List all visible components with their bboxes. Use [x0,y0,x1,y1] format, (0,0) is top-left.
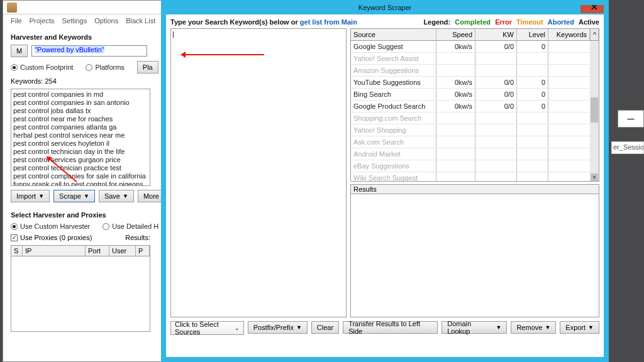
list-item[interactable]: pest control companies in san antonio [13,99,148,107]
annotation-arrow-icon [182,54,264,55]
results-header: Results [350,184,599,194]
proxy-table-body[interactable] [11,256,150,332]
table-row[interactable]: Yahoo! Shopping [351,124,599,136]
menu-projects[interactable]: Projects [30,17,55,25]
list-item[interactable]: pest control near me for roaches [13,115,148,123]
list-item[interactable]: herbal pest control services near me [13,131,148,140]
table-row[interactable]: Shopping.com Search [351,112,599,124]
table-row[interactable]: eBay Suggestions [351,160,599,172]
keyword-input[interactable]: | [170,28,347,317]
list-item[interactable]: pest control technician practice test [13,164,148,172]
table-row[interactable]: Yahoo! Search Assist [351,53,599,65]
postfix-prefix-button[interactable]: Postfix/Prefix▼ [248,321,308,334]
menu-file[interactable]: File [11,17,22,25]
radio-custom-footprint[interactable]: Custom Footprint [11,63,73,71]
list-item[interactable]: pest control companies atlanta ga [13,123,148,131]
list-item[interactable]: pest control technician day in the life [13,148,148,156]
legend: Legend: Completed Error Timeout Aborted … [421,18,599,26]
sources-table[interactable]: Google Suggest0kw/s0/000Yahoo! Search As… [350,41,599,182]
transfer-results-button[interactable]: Transfer Results to Left Side [343,321,438,334]
radio-platforms[interactable]: Platforms [86,63,124,71]
prompt-label: Type your Search Keyword(s) below or get… [170,18,357,26]
background-window-peek: er_Sessions [611,141,644,154]
radio-custom-harvester[interactable]: Use Custom Harvester [11,222,90,230]
m-button[interactable]: M [11,45,28,57]
sources-header: Source Speed KW Level Keywords ^ [350,28,599,41]
save-button[interactable]: Save▼ [99,190,134,202]
list-item[interactable]: pest control companies for sale in calif… [13,172,148,180]
radio-detailed-harvester[interactable]: Use Detailed H [103,222,158,230]
list-item[interactable]: funny prank call to pest control for pig… [13,180,148,186]
keywords-list[interactable]: pest control companies in md pest contro… [11,89,150,186]
table-row[interactable]: Wiki Search Suggest [351,172,599,182]
keywords-count: Keywords: 254 [11,77,57,85]
footprint-input[interactable]: "Powered by vBulletin" [31,45,147,57]
results-label: Results: [125,234,150,241]
chevron-up-icon[interactable]: ^ [590,29,599,40]
get-list-link[interactable]: get list from Main [300,18,357,26]
menu-settings[interactable]: Settings [62,17,87,25]
list-item[interactable]: pest control jobs dallas tx [13,107,148,115]
minimized-window-button[interactable]: — [618,110,644,128]
modal-close-button[interactable]: ✕ [580,1,608,13]
remove-button[interactable]: Remove▼ [511,321,556,334]
table-row[interactable]: Google Suggest0kw/s0/000 [351,41,599,53]
select-sources-dropdown[interactable]: Click to Select Sources⌄ [170,321,244,335]
table-row[interactable]: Google Product Search0kw/s0/000 [351,101,599,112]
scrollbar[interactable]: v [590,41,599,181]
table-row[interactable]: Ask.com Search [351,136,599,148]
table-row[interactable]: Amazon Suggestions [351,65,599,77]
menu-blacklist[interactable]: Black List [126,17,155,25]
app-icon [7,3,17,13]
export-button[interactable]: Export▼ [560,321,599,334]
list-item[interactable]: pest control companies in md [13,90,148,99]
modal-title: Keyword Scraper [358,4,411,11]
chevron-down-icon[interactable]: v [591,173,598,181]
domain-lookup-button[interactable]: Domain Lookup▼ [441,321,507,334]
menu-options[interactable]: Options [94,17,118,25]
table-row[interactable]: YouTube Suggestions0kw/s0/000 [351,77,599,89]
table-row[interactable]: Bing Search0kw/s0/000 [351,89,599,101]
scroll-thumb[interactable] [591,97,598,123]
modal-titlebar: Keyword Scraper ✕ [162,1,608,14]
results-list[interactable] [350,194,599,317]
proxy-table-header: S IP Port User P [11,245,150,256]
list-item[interactable]: pest control services hoyleton il [13,140,148,148]
import-button[interactable]: Import▼ [11,190,50,202]
table-row[interactable]: Android Market [351,148,599,160]
clear-button[interactable]: Clear [311,321,339,334]
scrape-button[interactable]: Scrape▼ [53,190,95,202]
list-item[interactable]: pest control services gurgaon price [13,156,148,164]
platforms-button[interactable]: Pla [137,61,158,74]
use-proxies-checkbox[interactable]: ✓Use Proxies (0 proxies) [11,234,92,241]
